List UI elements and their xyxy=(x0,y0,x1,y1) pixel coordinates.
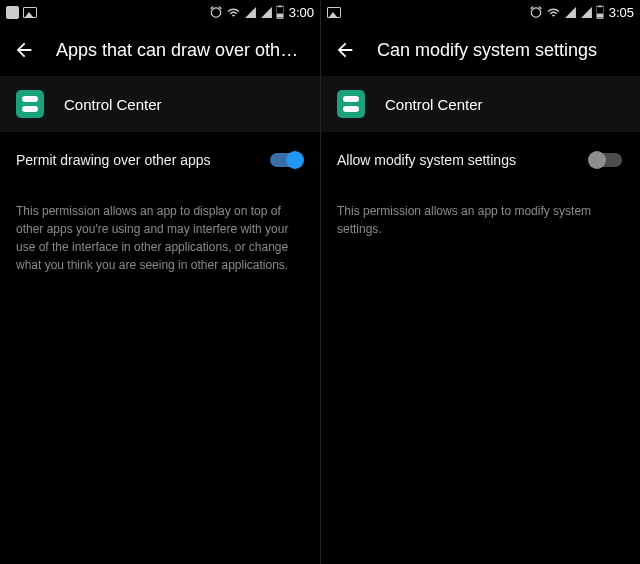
alarm-icon xyxy=(209,5,223,19)
app-row: Control Center xyxy=(321,76,640,132)
battery-icon xyxy=(276,5,284,19)
signal-icon-2 xyxy=(260,6,273,19)
signal-icon-2 xyxy=(580,6,593,19)
notification-icon xyxy=(6,6,19,19)
page-title: Apps that can draw over othe… xyxy=(56,40,308,61)
app-bar: Can modify system settings xyxy=(321,24,640,76)
status-left xyxy=(6,6,37,19)
battery-icon xyxy=(596,5,604,19)
screen-modify-settings: 3:05 Can modify system settings Control … xyxy=(320,0,640,564)
app-name: Control Center xyxy=(385,96,483,113)
permission-label: Allow modify system settings xyxy=(337,152,516,168)
permission-toggle[interactable] xyxy=(588,150,624,170)
wifi-icon xyxy=(546,6,561,19)
app-bar: Apps that can draw over othe… xyxy=(0,24,320,76)
toggle-thumb xyxy=(286,151,304,169)
permission-description: This permission allows an app to display… xyxy=(0,188,320,288)
back-arrow-icon xyxy=(334,39,356,61)
screen-draw-over: 3:00 Apps that can draw over othe… Contr… xyxy=(0,0,320,564)
permission-toggle[interactable] xyxy=(268,150,304,170)
control-center-icon xyxy=(337,90,365,118)
status-bar: 3:00 xyxy=(0,0,320,24)
status-right: 3:00 xyxy=(209,5,314,20)
status-clock: 3:00 xyxy=(289,5,314,20)
toggle-thumb xyxy=(588,151,606,169)
svg-rect-5 xyxy=(596,14,602,18)
permission-row[interactable]: Permit drawing over other apps xyxy=(0,132,320,188)
page-title: Can modify system settings xyxy=(377,40,628,61)
status-left xyxy=(327,7,341,18)
wifi-icon xyxy=(226,6,241,19)
app-name: Control Center xyxy=(64,96,162,113)
status-clock: 3:05 xyxy=(609,5,634,20)
control-center-icon xyxy=(16,90,44,118)
back-arrow-icon xyxy=(13,39,35,61)
permission-row[interactable]: Allow modify system settings xyxy=(321,132,640,188)
status-bar: 3:05 xyxy=(321,0,640,24)
picture-icon xyxy=(23,7,37,18)
back-button[interactable] xyxy=(12,38,36,62)
status-right: 3:05 xyxy=(529,5,634,20)
svg-rect-4 xyxy=(598,6,601,8)
permission-description: This permission allows an app to modify … xyxy=(321,188,640,252)
signal-icon-1 xyxy=(244,6,257,19)
signal-icon-1 xyxy=(564,6,577,19)
app-row: Control Center xyxy=(0,76,320,132)
permission-label: Permit drawing over other apps xyxy=(16,152,211,168)
back-button[interactable] xyxy=(333,38,357,62)
picture-icon xyxy=(327,7,341,18)
alarm-icon xyxy=(529,5,543,19)
svg-rect-2 xyxy=(276,14,282,18)
svg-rect-1 xyxy=(278,6,281,8)
